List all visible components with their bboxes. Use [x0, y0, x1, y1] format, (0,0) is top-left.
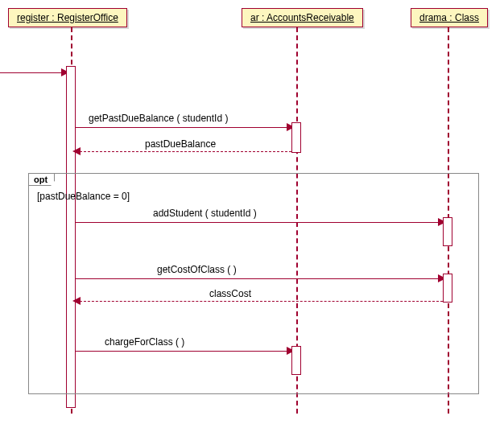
msg-getCostOfClass-label: getCostOfClass ( ) [157, 264, 237, 275]
msg-addStudent-label: addStudent ( studentId ) [153, 208, 257, 219]
found-message-arrow [0, 72, 66, 73]
participant-drama-label: drama : Class [419, 12, 479, 23]
ret-pastDueBalance-arrow [76, 151, 291, 152]
participant-ar: ar : AccountsReceivable [242, 8, 363, 27]
participant-ar-label: ar : AccountsReceivable [250, 12, 354, 23]
ret-pastDueBalance-arrowhead [72, 147, 81, 155]
ret-classCost-label: classCost [209, 288, 251, 299]
activation-ar-1 [291, 122, 301, 153]
msg-getPastDueBalance-label: getPastDueBalance ( studentId ) [89, 113, 228, 124]
ret-classCost-arrowhead [72, 297, 81, 305]
activation-ar-2 [291, 346, 301, 375]
msg-chargeForClass-label: chargeForClass ( ) [105, 336, 184, 348]
msg-addStudent-arrow [76, 222, 443, 223]
msg-getPastDueBalance-arrow [76, 127, 291, 128]
participant-register: register : RegisterOffice [8, 8, 127, 27]
participant-drama: drama : Class [411, 8, 488, 27]
fragment-guard: [pastDueBalance = 0] [37, 191, 130, 202]
msg-getCostOfClass-arrow [76, 278, 443, 279]
fragment-operator: opt [28, 173, 55, 186]
sequence-diagram: register : RegisterOffice ar : AccountsR… [0, 0, 504, 424]
activation-drama-1 [443, 217, 452, 246]
ret-pastDueBalance-label: pastDueBalance [145, 138, 216, 150]
msg-chargeForClass-arrow [76, 351, 291, 352]
ret-classCost-arrow [76, 301, 443, 302]
fragment-opt: opt [28, 173, 479, 394]
participant-register-label: register : RegisterOffice [17, 12, 118, 23]
activation-drama-2 [443, 274, 452, 303]
